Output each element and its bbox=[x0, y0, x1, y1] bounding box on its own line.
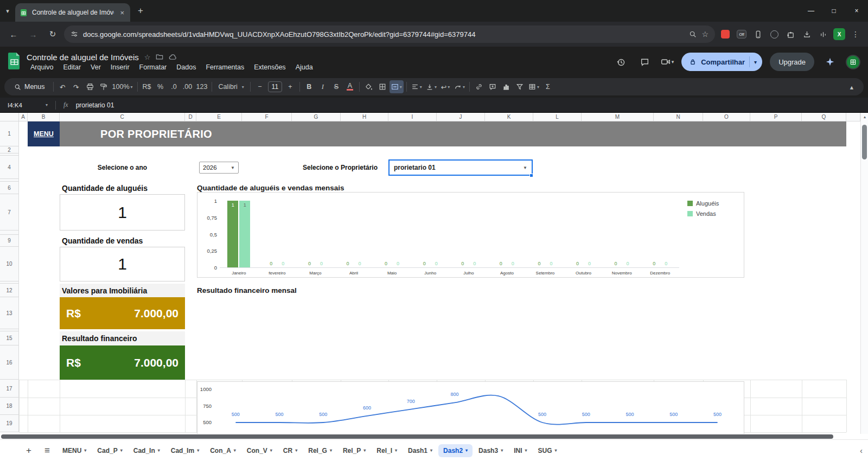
insert-link-button[interactable] bbox=[473, 80, 486, 93]
new-tab-button[interactable]: + bbox=[138, 5, 143, 16]
increase-decimal-button[interactable]: .00 bbox=[181, 80, 194, 93]
select-all-corner[interactable] bbox=[0, 113, 19, 121]
print-button[interactable] bbox=[84, 80, 97, 93]
column-header-D[interactable]: D bbox=[185, 113, 196, 121]
back-button[interactable]: ← bbox=[5, 26, 22, 42]
more-formats-button[interactable]: 123 bbox=[195, 80, 209, 93]
horizontal-align-button[interactable]: ▾ bbox=[410, 80, 424, 93]
column-header-F[interactable]: F bbox=[242, 113, 292, 121]
sheet-tab-CR[interactable]: CR▾ bbox=[278, 444, 302, 457]
vertical-align-button[interactable]: ▾ bbox=[424, 80, 438, 93]
sheet-tab-chevron-icon[interactable]: ▾ bbox=[295, 448, 297, 453]
comments-icon[interactable] bbox=[637, 54, 653, 70]
version-history-icon[interactable] bbox=[613, 54, 629, 70]
sheet-tab-Dash3[interactable]: Dash3▾ bbox=[474, 444, 508, 457]
column-header-L[interactable]: L bbox=[533, 113, 582, 121]
column-header-M[interactable]: M bbox=[582, 113, 654, 121]
decrease-font-size-button[interactable]: − bbox=[253, 80, 266, 93]
text-rotation-button[interactable]: ▾ bbox=[452, 80, 467, 93]
downloads-icon[interactable] bbox=[800, 27, 814, 41]
share-options-chevron-icon[interactable]: ▾ bbox=[754, 59, 757, 65]
format-currency-button[interactable]: R$ bbox=[141, 80, 154, 93]
row-header-9[interactable]: 9 bbox=[0, 235, 19, 247]
row-header-4[interactable]: 4 bbox=[0, 156, 19, 179]
lens-search-icon[interactable] bbox=[689, 30, 697, 38]
column-header-E[interactable]: E bbox=[196, 113, 242, 121]
minimize-button[interactable]: — bbox=[800, 7, 822, 15]
sheets-logo-icon[interactable] bbox=[8, 52, 21, 72]
column-header-Q[interactable]: Q bbox=[802, 113, 846, 121]
row-header-1[interactable]: 1 bbox=[0, 121, 19, 146]
tab-search-chevron-icon[interactable]: ▾ bbox=[0, 8, 15, 15]
address-bar[interactable]: docs.google.com/spreadsheets/d/1vdaHMDVw… bbox=[64, 25, 715, 43]
sheet-tab-chevron-icon[interactable]: ▾ bbox=[158, 448, 160, 453]
sheet-tab-Cad_Im[interactable]: Cad_Im▾ bbox=[166, 444, 204, 457]
row-header-8[interactable] bbox=[0, 230, 19, 235]
sheet-tab-Cad_In[interactable]: Cad_In▾ bbox=[129, 444, 165, 457]
reload-button[interactable]: ↻ bbox=[44, 26, 61, 42]
functions-button[interactable]: Σ bbox=[541, 80, 554, 93]
menu-arquivo[interactable]: Arquivo bbox=[27, 63, 57, 72]
sheet-tab-Rel_I[interactable]: Rel_I▾ bbox=[372, 444, 402, 457]
scroll-up-icon[interactable]: ▴ bbox=[861, 114, 868, 119]
sheet-tab-chevron-icon[interactable]: ▾ bbox=[465, 448, 468, 453]
column-header-J[interactable]: J bbox=[437, 113, 485, 121]
year-dropdown[interactable]: 2026 ▼ bbox=[199, 162, 239, 174]
row-header-6[interactable]: 6 bbox=[0, 182, 19, 194]
sheet-tab-Rel_G[interactable]: Rel_G▾ bbox=[303, 444, 337, 457]
share-button[interactable]: Compartilhar ▾ bbox=[681, 53, 762, 71]
font-dropdown[interactable]: Calibri▾ bbox=[215, 80, 247, 93]
meet-camera-button[interactable]: ▾ bbox=[661, 57, 674, 67]
column-header-A[interactable]: A bbox=[19, 113, 28, 121]
window-close-button[interactable]: × bbox=[845, 7, 868, 15]
extension-off-badge[interactable]: Off bbox=[735, 27, 749, 41]
text-wrap-button[interactable]: ↩ ▾ bbox=[439, 80, 452, 93]
column-header-N[interactable]: N bbox=[654, 113, 703, 121]
media-controls-icon[interactable] bbox=[816, 27, 830, 41]
strikethrough-button[interactable]: S bbox=[330, 80, 343, 93]
tab-close-icon[interactable]: × bbox=[118, 9, 126, 17]
sheet-tab-chevron-icon[interactable]: ▾ bbox=[197, 448, 199, 453]
upgrade-button[interactable]: Upgrade bbox=[770, 53, 814, 71]
sheet-tab-INI[interactable]: INI▾ bbox=[509, 444, 532, 457]
meet-chevron-icon[interactable]: ▾ bbox=[672, 59, 674, 65]
menus-button[interactable]: Menus bbox=[10, 81, 50, 92]
menu-formatar[interactable]: Formatar bbox=[136, 63, 171, 72]
table-views-button[interactable]: ▾ bbox=[527, 80, 541, 93]
font-size-input[interactable]: 11 bbox=[268, 81, 282, 92]
extensions-puzzle-icon[interactable] bbox=[783, 27, 797, 41]
row-header-16[interactable]: 16 bbox=[0, 345, 19, 380]
menu-ver[interactable]: Ver bbox=[87, 63, 105, 72]
sheet-tab-chevron-icon[interactable]: ▾ bbox=[84, 448, 86, 453]
merge-cells-button[interactable]: ▾ bbox=[390, 80, 404, 93]
sheet-tab-Dash1[interactable]: Dash1▾ bbox=[403, 444, 437, 457]
extension-red-icon[interactable] bbox=[718, 27, 732, 41]
text-color-button[interactable]: A bbox=[343, 80, 356, 93]
sheet-tab-chevron-icon[interactable]: ▾ bbox=[363, 448, 366, 453]
column-header-O[interactable]: O bbox=[703, 113, 750, 121]
row-header-18[interactable]: 18 bbox=[0, 398, 19, 415]
fill-color-button[interactable] bbox=[362, 80, 375, 93]
selection-handle[interactable] bbox=[529, 174, 533, 177]
collapse-toolbar-button[interactable]: ▴ bbox=[845, 80, 858, 93]
extension-circle-icon[interactable] bbox=[767, 27, 781, 41]
sheet-tab-Cad_P[interactable]: Cad_P▾ bbox=[92, 444, 127, 457]
extension-phone-icon[interactable] bbox=[751, 27, 765, 41]
bold-button[interactable]: B bbox=[303, 80, 316, 93]
paint-format-button[interactable] bbox=[97, 80, 110, 93]
horizontal-scroll-thumb[interactable] bbox=[1, 434, 833, 439]
url-text[interactable]: docs.google.com/spreadsheets/d/1vdaHMDVw… bbox=[83, 30, 684, 39]
sheet-tab-chevron-icon[interactable]: ▾ bbox=[330, 448, 332, 453]
decrease-decimal-button[interactable]: .0 bbox=[168, 80, 181, 93]
sheet-tab-chevron-icon[interactable]: ▾ bbox=[270, 448, 272, 453]
sheet-tab-Con_A[interactable]: Con_A▾ bbox=[205, 444, 241, 457]
sheet-tab-chevron-icon[interactable]: ▾ bbox=[234, 448, 236, 453]
italic-button[interactable]: I bbox=[316, 80, 329, 93]
menu-ferramentas[interactable]: Ferramentas bbox=[202, 63, 248, 72]
browser-profile-avatar[interactable]: X bbox=[832, 27, 846, 41]
all-sheets-button[interactable]: ≡ bbox=[39, 445, 55, 456]
menu-ajuda[interactable]: Ajuda bbox=[292, 63, 317, 72]
sheet-tab-MENU[interactable]: MENU▾ bbox=[58, 444, 91, 457]
column-header-K[interactable]: K bbox=[485, 113, 533, 121]
line-chart[interactable]: 10007505002500JaneirofevereiroMarçoAbril… bbox=[197, 381, 744, 434]
